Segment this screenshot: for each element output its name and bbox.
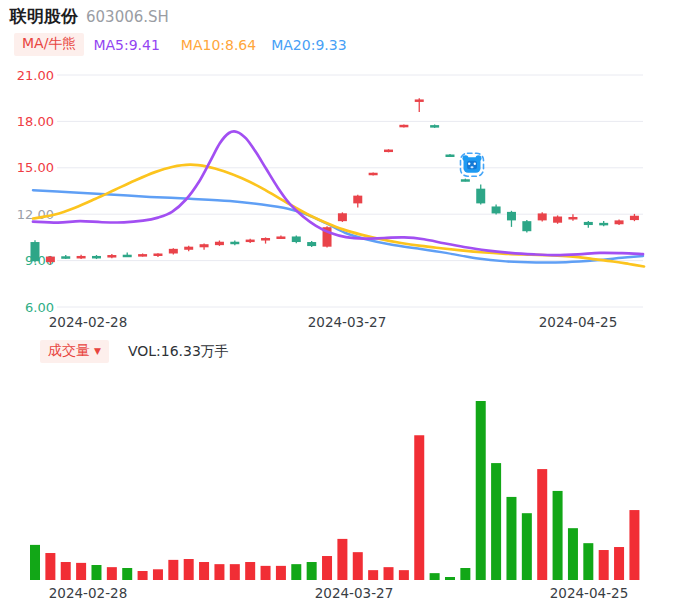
svg-text:21.00: 21.00 (17, 68, 54, 83)
price-date-labels: 2024-02-282024-03-272024-04-25 (49, 314, 617, 330)
ma20-legend-value: MA20:9.33 (271, 37, 346, 53)
stock-code: 603006.SH (86, 8, 169, 26)
ma5-line (33, 131, 643, 255)
grid-lines (57, 75, 643, 307)
volume-bars (30, 401, 639, 580)
svg-text:2024-02-28: 2024-02-28 (49, 585, 127, 601)
stock-chart-app: 联明股份603006.SH MA/牛熊 MA5:9.41 MA10:8.64 M… (0, 0, 686, 606)
svg-text:15.00: 15.00 (17, 160, 54, 175)
ma5-legend-value: MA5:9.41 (93, 37, 159, 53)
dropdown-arrow-icon: ▼ (94, 346, 101, 356)
svg-text:2024-03-27: 2024-03-27 (315, 585, 393, 601)
indicator-legend: MA/牛熊 MA5:9.41 MA10:8.64 MA20:9.33 (14, 33, 347, 56)
volume-header: 成交量▼ VOL:16.33万手 (40, 340, 229, 363)
bear-marker[interactable] (461, 153, 484, 176)
volume-date-labels: 2024-02-282024-03-272024-04-25 (49, 585, 628, 601)
ma-mode-badge[interactable]: MA/牛熊 (14, 33, 84, 56)
svg-text:2024-04-25: 2024-04-25 (550, 585, 628, 601)
svg-text:2024-03-27: 2024-03-27 (308, 314, 386, 330)
volume-value-label: VOL:16.33万手 (128, 343, 229, 361)
price-chart[interactable]: 21.0018.0015.0012.009.006.002024-02-2820… (0, 60, 686, 342)
volume-type-badge[interactable]: 成交量▼ (40, 340, 109, 363)
stock-name: 联明股份 (10, 6, 78, 26)
header: 联明股份603006.SH (10, 5, 169, 28)
svg-text:6.00: 6.00 (25, 300, 54, 315)
svg-text:2024-02-28: 2024-02-28 (49, 314, 127, 330)
volume-type-label: 成交量 (48, 342, 90, 358)
candles (31, 98, 639, 264)
ma10-legend-value: MA10:8.64 (181, 37, 256, 53)
svg-text:2024-04-25: 2024-04-25 (539, 314, 617, 330)
svg-text:18.00: 18.00 (17, 114, 54, 129)
volume-chart[interactable]: 2024-02-282024-03-272024-04-25 (0, 368, 686, 606)
